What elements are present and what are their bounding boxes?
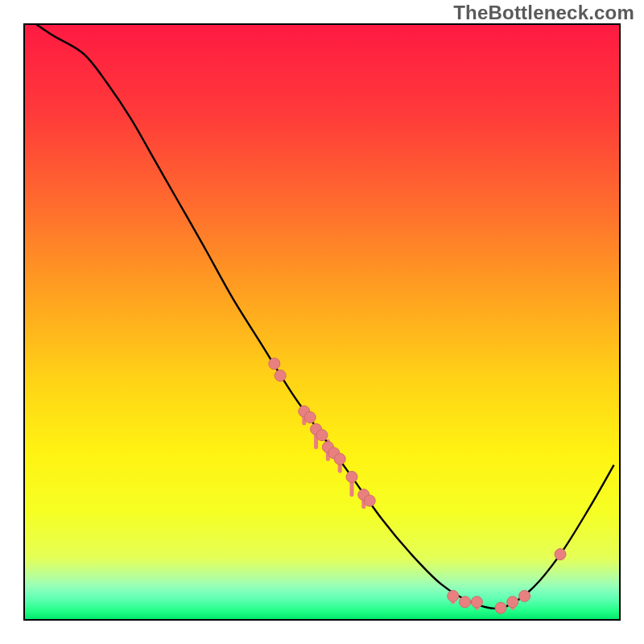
data-point (495, 602, 506, 613)
data-point (507, 597, 518, 608)
data-point (275, 370, 286, 382)
data-point (448, 590, 459, 601)
data-point (460, 597, 471, 608)
data-point (304, 411, 316, 423)
data-point (471, 597, 482, 608)
data-point (316, 430, 328, 441)
data-point (555, 549, 566, 560)
data-point (269, 358, 280, 369)
data-point (346, 471, 357, 482)
gradient-background (24, 24, 620, 620)
chart-container: TheBottleneck.com (0, 0, 644, 644)
data-point (334, 453, 345, 464)
plot-area (24, 24, 620, 620)
bottleneck-curve-chart (0, 0, 644, 644)
data-point (519, 590, 530, 601)
data-point (364, 495, 375, 506)
watermark-label: TheBottleneck.com (453, 2, 634, 24)
